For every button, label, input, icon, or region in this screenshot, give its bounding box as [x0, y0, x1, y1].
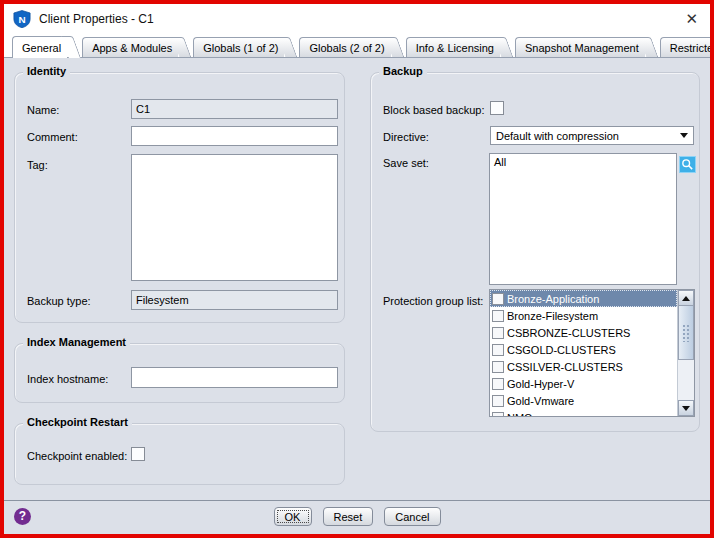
- item-label: Bronze-Application: [507, 293, 599, 305]
- item-checkbox[interactable]: [492, 344, 504, 356]
- checkpoint-restart-group: Checkpoint Restart Checkpoint enabled:: [14, 423, 345, 485]
- chevron-down-icon: [680, 133, 688, 138]
- scrollbar-thumb[interactable]: [678, 306, 694, 360]
- dialog-footer: ? OK Reset Cancel: [4, 500, 710, 533]
- search-icon: [681, 158, 694, 171]
- list-item-gold-vmware[interactable]: Gold-Vmware: [490, 392, 677, 409]
- item-label: Gold-Hyper-V: [507, 378, 574, 390]
- item-checkbox[interactable]: [492, 378, 504, 390]
- close-icon[interactable]: ✕: [683, 11, 700, 26]
- save-set-field[interactable]: All: [489, 153, 677, 285]
- scrollbar-track[interactable]: [678, 360, 694, 400]
- general-tab-panel: Identity Name: Comment: Tag: Backup type…: [4, 58, 710, 500]
- cancel-button[interactable]: Cancel: [384, 507, 440, 526]
- scroll-down-button[interactable]: [678, 400, 694, 416]
- index-hostname-field[interactable]: [131, 367, 338, 388]
- directive-selected-value: Default with compression: [496, 130, 680, 142]
- backup-type-label: Backup type:: [27, 295, 91, 307]
- tab-snapshot-management[interactable]: Snapshot Management: [515, 37, 645, 57]
- backup-group: Backup Block based backup: Directive: De…: [370, 72, 700, 432]
- item-checkbox[interactable]: [492, 412, 504, 418]
- directive-label: Directive:: [383, 131, 429, 143]
- svg-text:N: N: [18, 13, 25, 24]
- item-checkbox[interactable]: [492, 361, 504, 373]
- item-label: CSSILVER-CLUSTERS: [507, 361, 623, 373]
- tab-globals-1[interactable]: Globals (1 of 2): [193, 37, 284, 57]
- name-label: Name:: [27, 104, 59, 116]
- item-label: CSGOLD-CLUSTERS: [507, 344, 616, 356]
- tag-label: Tag:: [27, 159, 48, 171]
- item-label: CSBRONZE-CLUSTERS: [507, 327, 630, 339]
- title-bar: N Client Properties - C1 ✕: [4, 4, 710, 33]
- list-item-gold-hyper-v[interactable]: Gold-Hyper-V: [490, 375, 677, 392]
- tab-restricted-data-zones[interactable]: Restricted Data Zones: [660, 37, 714, 57]
- client-properties-dialog: N Client Properties - C1 ✕ General Apps …: [0, 0, 714, 538]
- index-management-legend: Index Management: [23, 336, 130, 348]
- tab-bar: General Apps & Modules Globals (1 of 2) …: [4, 33, 710, 58]
- comment-label: Comment:: [27, 131, 78, 143]
- item-label: Gold-Vmware: [507, 395, 574, 407]
- protection-group-list-label: Protection group list:: [383, 295, 483, 307]
- list-item-nmc-server[interactable]: NMC server: [490, 409, 677, 417]
- arrow-down-icon: [682, 406, 690, 411]
- list-item-bronze-application[interactable]: Bronze-Application: [490, 290, 677, 307]
- reset-button[interactable]: Reset: [323, 507, 374, 526]
- checkpoint-restart-legend: Checkpoint Restart: [23, 416, 132, 428]
- protection-group-list: Bronze-Application Bronze-Filesystem CSB…: [489, 289, 695, 417]
- index-management-group: Index Management Index hostname:: [14, 343, 345, 403]
- arrow-up-icon: [682, 296, 690, 301]
- item-checkbox[interactable]: [492, 395, 504, 407]
- block-based-backup-checkbox[interactable]: [490, 101, 504, 115]
- tab-globals-2[interactable]: Globals (2 of 2): [299, 37, 390, 57]
- tab-info-licensing[interactable]: Info & Licensing: [406, 37, 500, 57]
- list-item-cssilver-clusters[interactable]: CSSILVER-CLUSTERS: [490, 358, 677, 375]
- index-hostname-label: Index hostname:: [27, 373, 108, 385]
- vertical-scrollbar[interactable]: [677, 290, 694, 416]
- checkpoint-enabled-checkbox[interactable]: [131, 447, 145, 461]
- list-item-csgold-clusters[interactable]: CSGOLD-CLUSTERS: [490, 341, 677, 358]
- backup-legend: Backup: [379, 65, 427, 77]
- window-title: Client Properties - C1: [39, 12, 675, 26]
- button-row: OK Reset Cancel: [4, 507, 710, 526]
- save-set-browse-button[interactable]: [679, 156, 696, 173]
- identity-group: Identity Name: Comment: Tag: Backup type…: [14, 72, 345, 323]
- item-label: Bronze-Filesystem: [507, 310, 598, 322]
- identity-legend: Identity: [23, 65, 70, 77]
- list-item-bronze-filesystem[interactable]: Bronze-Filesystem: [490, 307, 677, 324]
- name-field: [131, 99, 338, 119]
- comment-field[interactable]: [131, 126, 338, 146]
- item-label: NMC server: [507, 412, 566, 418]
- backup-type-field: [131, 290, 338, 310]
- tag-field[interactable]: [131, 154, 338, 281]
- list-item-csbronze-clusters[interactable]: CSBRONZE-CLUSTERS: [490, 324, 677, 341]
- scroll-up-button[interactable]: [678, 290, 694, 306]
- block-based-backup-label: Block based backup:: [383, 104, 485, 116]
- tab-general[interactable]: General: [12, 36, 67, 58]
- directive-dropdown[interactable]: Default with compression: [490, 126, 694, 145]
- item-checkbox[interactable]: [492, 293, 504, 305]
- networker-shield-icon: N: [13, 10, 31, 28]
- item-checkbox[interactable]: [492, 310, 504, 322]
- ok-button[interactable]: OK: [274, 507, 312, 526]
- tab-apps-modules[interactable]: Apps & Modules: [82, 37, 178, 57]
- item-checkbox[interactable]: [492, 327, 504, 339]
- save-set-label: Save set:: [383, 157, 429, 169]
- checkpoint-enabled-label: Checkpoint enabled:: [27, 450, 127, 462]
